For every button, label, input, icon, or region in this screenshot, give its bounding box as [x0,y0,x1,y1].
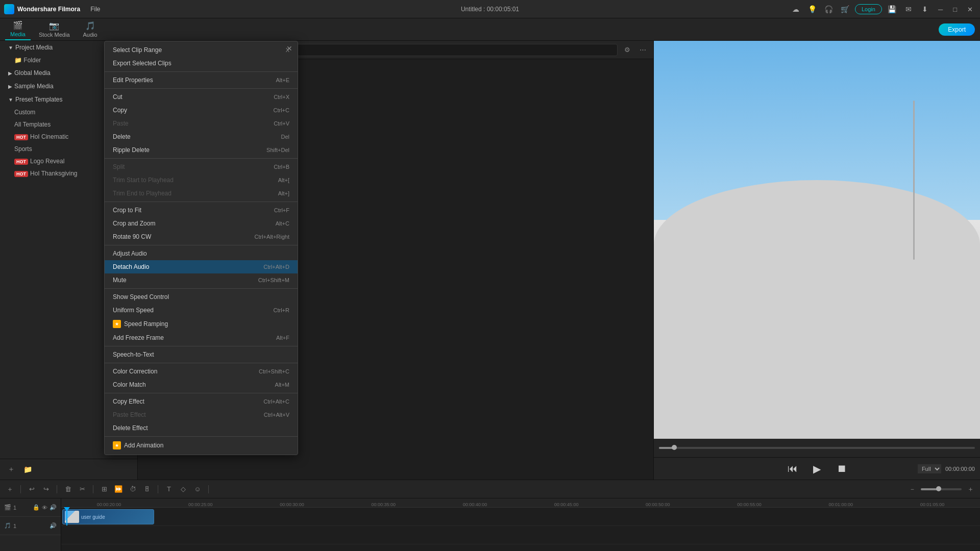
bulb-icon[interactable]: 💡 [806,3,818,15]
cut-clip-button[interactable]: ✂ [77,484,88,495]
ctx-select-clip-range[interactable]: Select Clip Range X [105,43,298,57]
export-button[interactable]: Export [939,23,975,36]
minimize-button[interactable]: ─ [935,6,946,13]
preset-templates-label: Preset Templates [15,96,63,103]
ctx-delete[interactable]: Delete Del [105,130,298,143]
cloud-icon[interactable]: ☁ [790,3,802,15]
ctx-trim-end: Trim End to Playhead Alt+] [105,187,298,200]
sports-label: Sports [14,145,32,153]
maximize-button[interactable]: □ [950,6,960,13]
ctx-cut[interactable]: Cut Ctrl+X [105,90,298,104]
tl-sep-3 [93,485,93,493]
track-audio-mute-icon[interactable]: 🔊 [50,522,57,529]
ctx-delete-effect[interactable]: Delete Effect [105,421,298,435]
track-eye-icon[interactable]: 👁 [42,505,47,511]
video-clip[interactable]: user guide [62,509,154,524]
stop-button[interactable]: ⏹ [834,461,850,477]
add-text-button[interactable]: T [163,484,175,495]
tab-stock-media[interactable]: 📷 Stock Media [34,19,75,40]
save-icon[interactable]: 💾 [886,3,898,15]
ctx-speed-ramping[interactable]: ★Speed Ramping [105,317,298,331]
add-mark-button[interactable]: ◇ [178,484,189,495]
zoom-slider[interactable] [921,488,962,490]
ctx-mute[interactable]: Mute Ctrl+Shift+M [105,273,298,287]
ctx-uniform-speed[interactable]: Uniform Speed Ctrl+R [105,304,298,317]
cart-icon[interactable]: 🛒 [839,3,851,15]
media-grid-icon[interactable]: ⊞ [99,484,110,495]
ctx-shortcut-delete: Del [281,134,289,140]
clip-speed-icon[interactable]: ⏱ [127,484,138,495]
ruler-tick: 00:00:30:00 [246,502,337,507]
zoom-out-button[interactable]: － [906,484,918,495]
view-toggle-icon[interactable]: ⋯ [637,44,648,56]
ctx-label-speech-to-text: Speech-to-Text [113,351,154,358]
ctx-color-match[interactable]: Color Match Alt+M [105,378,298,391]
ctx-crop-to-fit[interactable]: Crop to Fit Ctrl+F [105,204,298,217]
delete-clip-button[interactable]: 🗑 [62,484,74,495]
ctx-crop-and-zoom[interactable]: Crop and Zoom Alt+C [105,217,298,230]
ctx-label-detach-audio: Detach Audio [113,263,149,270]
ctx-sep-9 [105,393,298,393]
ctx-label-copy: Copy [113,107,127,114]
ctx-label-show-speed-control: Show Speed Control [113,293,169,300]
ctx-copy[interactable]: Copy Ctrl+C [105,104,298,117]
add-media-button[interactable]: ＋ [5,463,17,475]
rewind-button[interactable]: ⏮ [785,461,801,477]
filter-icon[interactable]: ⚙ [622,44,633,56]
ctx-speech-to-text[interactable]: Speech-to-Text [105,348,298,361]
context-menu-close[interactable]: ✕ [286,44,292,53]
redo-button[interactable]: ↪ [40,484,52,495]
ctx-sep-7 [105,346,298,346]
ctx-detach-audio[interactable]: Detach Audio Ctrl+Alt+D [105,260,298,273]
ctx-shortcut-copy: Ctrl+C [274,107,289,113]
add-track-button[interactable]: ＋ [4,484,15,495]
close-button[interactable]: ✕ [964,6,976,13]
ripple-edit-icon[interactable]: ⏩ [113,484,124,495]
ctx-adjust-audio[interactable]: Adjust Audio [105,247,298,260]
ctx-add-animation[interactable]: ★Add Animation [105,438,298,453]
ctx-shortcut-ripple-delete: Shift+Del [266,147,289,153]
add-sticker-button[interactable]: ☺ [192,484,203,495]
ctx-export-selected-clips[interactable]: Export Selected Clips [105,57,298,70]
audio-track [61,526,980,544]
ctx-add-freeze-frame[interactable]: Add Freeze Frame Alt+F [105,331,298,344]
app-logo: Wondershare Filmora [4,4,80,14]
ctx-label-select-clip-range: Select Clip Range [113,46,162,54]
ctx-show-speed-control[interactable]: Show Speed Control [105,290,298,304]
split-audio-icon[interactable]: 🎚 [141,484,153,495]
ctx-split: Split Ctrl+B [105,160,298,173]
headset-icon[interactable]: 🎧 [822,3,835,15]
mail-icon[interactable]: ✉ [902,3,915,15]
folder-label: Folder [23,57,41,64]
ctx-copy-effect[interactable]: Copy Effect Ctrl+Alt+C [105,395,298,408]
undo-button[interactable]: ↩ [26,484,37,495]
new-folder-button[interactable]: 📁 [21,463,34,475]
file-menu[interactable]: File [86,4,104,15]
ctx-color-correction[interactable]: Color Correction Ctrl+Shift+C [105,365,298,378]
timeline: ＋ ↩ ↪ 🗑 ✂ ⊞ ⏩ ⏱ 🎚 T ◇ ☺ － ＋ 🎬 1 [0,480,980,551]
ctx-label-ripple-delete: Ripple Delete [113,146,150,154]
ctx-sep-2 [105,88,298,89]
ctx-sep-8 [105,363,298,363]
download-icon[interactable]: ⬇ [919,3,931,15]
hot-badge-thanksgiving: HOT [14,171,28,177]
zoom-in-button[interactable]: ＋ [965,484,976,495]
tab-audio[interactable]: 🎵 Audio [78,19,103,40]
ctx-ripple-delete[interactable]: Ripple Delete Shift+Del [105,143,298,157]
cinematic-label: HoI Cinematic [30,133,68,140]
play-button[interactable]: ▶ [809,461,825,477]
ctx-label-export-selected: Export Selected Clips [113,60,172,67]
tab-media[interactable]: 🎬 Media [5,18,31,40]
ctx-label-split: Split [113,163,125,170]
ctx-shortcut-copy-effect: Ctrl+Alt+C [263,398,289,405]
media-icon: 🎬 [13,20,23,30]
quality-selector[interactable]: Full 1/2 1/4 [918,464,941,473]
playhead[interactable] [66,508,67,525]
ctx-rotate-90[interactable]: Rotate 90 CW Ctrl+Alt+Right [105,230,298,243]
track-mute-icon[interactable]: 🔊 [50,504,57,511]
track-lock-icon[interactable]: 🔒 [33,504,40,511]
progress-dot [672,445,677,450]
preview-progress-bar[interactable] [659,447,975,449]
login-button[interactable]: Login [855,4,882,14]
ctx-edit-properties[interactable]: Edit Properties Alt+E [105,73,298,87]
